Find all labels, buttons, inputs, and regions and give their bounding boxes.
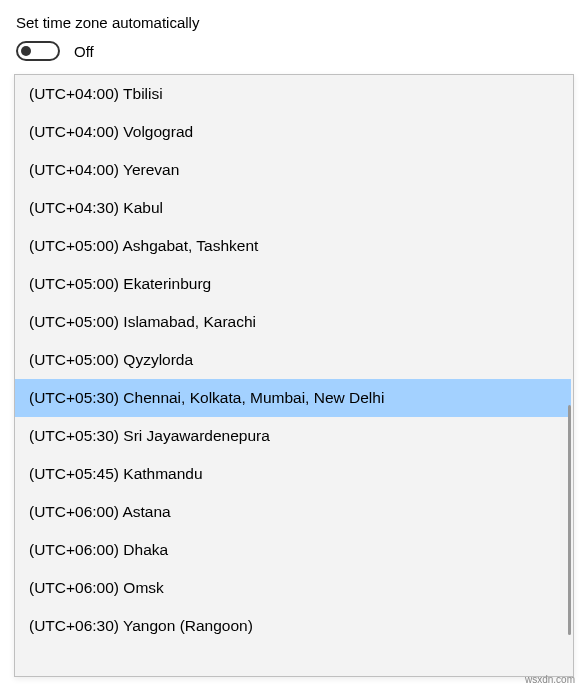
timezone-option[interactable]: (UTC+05:00) Islamabad, Karachi bbox=[15, 303, 571, 341]
timezone-option[interactable]: (UTC+05:00) Qyzylorda bbox=[15, 341, 571, 379]
timezone-list-inner[interactable]: (UTC+04:00) Tbilisi(UTC+04:00) Volgograd… bbox=[15, 75, 573, 676]
timezone-option[interactable]: (UTC+04:00) Yerevan bbox=[15, 151, 571, 189]
timezone-option[interactable]: (UTC+04:00) Tbilisi bbox=[15, 75, 571, 113]
watermark-text: wsxdn.com bbox=[525, 674, 575, 685]
timezone-option-label: (UTC+05:45) Kathmandu bbox=[29, 465, 203, 482]
timezone-dropdown-list[interactable]: (UTC+04:00) Tbilisi(UTC+04:00) Volgograd… bbox=[14, 74, 574, 677]
timezone-option-label: (UTC+06:30) Yangon (Rangoon) bbox=[29, 617, 253, 634]
timezone-option-label: (UTC+06:00) Astana bbox=[29, 503, 171, 520]
timezone-option[interactable]: (UTC+05:45) Kathmandu bbox=[15, 455, 571, 493]
timezone-option-label: (UTC+06:00) Dhaka bbox=[29, 541, 168, 558]
timezone-option[interactable]: (UTC+06:30) Yangon (Rangoon) bbox=[15, 607, 571, 645]
timezone-option-label: (UTC+05:30) Sri Jayawardenepura bbox=[29, 427, 270, 444]
auto-timezone-toggle[interactable] bbox=[16, 41, 60, 61]
timezone-option[interactable]: (UTC+05:00) Ekaterinburg bbox=[15, 265, 571, 303]
timezone-option-label: (UTC+04:30) Kabul bbox=[29, 199, 163, 216]
timezone-option[interactable]: (UTC+05:30) Chennai, Kolkata, Mumbai, Ne… bbox=[15, 379, 571, 417]
timezone-option-label: (UTC+05:00) Ekaterinburg bbox=[29, 275, 211, 292]
timezone-option-label: (UTC+05:00) Ashgabat, Tashkent bbox=[29, 237, 258, 254]
timezone-option[interactable]: (UTC+04:00) Volgograd bbox=[15, 113, 571, 151]
timezone-option[interactable]: (UTC+05:00) Ashgabat, Tashkent bbox=[15, 227, 571, 265]
timezone-option[interactable]: (UTC+06:00) Dhaka bbox=[15, 531, 571, 569]
timezone-option[interactable]: (UTC+06:00) Omsk bbox=[15, 569, 571, 607]
timezone-option-label: (UTC+04:00) Volgograd bbox=[29, 123, 193, 140]
timezone-option-label: (UTC+04:00) Yerevan bbox=[29, 161, 179, 178]
timezone-option-label: (UTC+05:00) Qyzylorda bbox=[29, 351, 193, 368]
auto-timezone-toggle-state: Off bbox=[74, 43, 94, 60]
timezone-option[interactable]: (UTC+04:30) Kabul bbox=[15, 189, 571, 227]
timezone-option[interactable]: (UTC+05:30) Sri Jayawardenepura bbox=[15, 417, 571, 455]
timezone-option-label: (UTC+04:00) Tbilisi bbox=[29, 85, 163, 102]
auto-timezone-toggle-row: Off bbox=[16, 41, 565, 61]
settings-header: Set time zone automatically Off bbox=[0, 0, 581, 65]
timezone-option-label: (UTC+06:00) Omsk bbox=[29, 579, 164, 596]
toggle-knob-icon bbox=[21, 46, 31, 56]
timezone-option-label: (UTC+05:00) Islamabad, Karachi bbox=[29, 313, 256, 330]
timezone-option-label: (UTC+05:30) Chennai, Kolkata, Mumbai, Ne… bbox=[29, 389, 384, 406]
auto-timezone-label: Set time zone automatically bbox=[16, 14, 565, 31]
scrollbar-thumb[interactable] bbox=[568, 405, 571, 635]
timezone-option[interactable]: (UTC+06:00) Astana bbox=[15, 493, 571, 531]
